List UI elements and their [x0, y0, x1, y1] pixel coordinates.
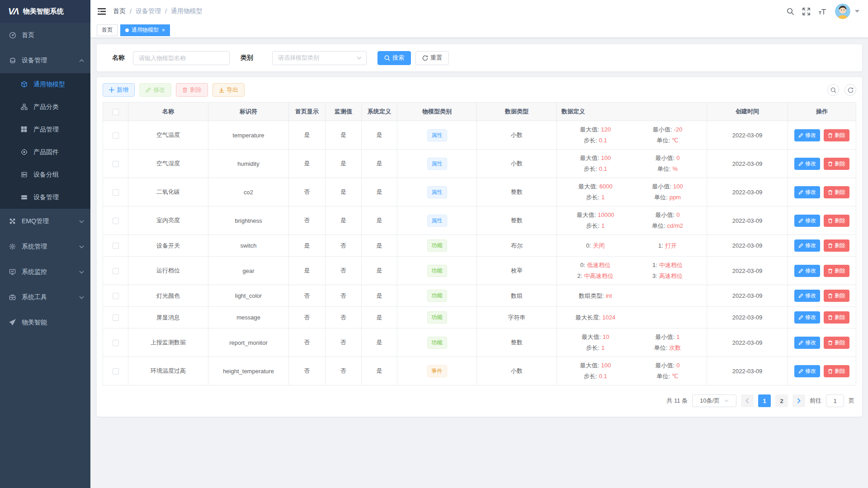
chevron-down-icon[interactable] — [855, 10, 859, 13]
sidebar-item-system-tools[interactable]: 系统工具 — [0, 285, 90, 310]
breadcrumb-home[interactable]: 首页 — [113, 7, 126, 15]
row-name: 室内亮度 — [128, 206, 208, 235]
data-def-pair: 1:打开 — [633, 242, 702, 250]
row-delete-button[interactable]: 删除 — [824, 239, 849, 252]
next-page-button[interactable] — [793, 394, 805, 407]
row-edit-button[interactable]: 修改 — [794, 365, 820, 377]
row-checkbox[interactable] — [113, 293, 119, 299]
row-home-display: 否 — [289, 206, 326, 235]
row-checkbox[interactable] — [113, 132, 119, 139]
chevron-down-icon — [79, 220, 84, 223]
devices-icon — [9, 57, 16, 64]
row-data-def: 最大值:100最小值:0步长:0.1单位:℃ — [557, 357, 707, 385]
reset-button[interactable]: 重置 — [415, 51, 449, 65]
row-delete-button[interactable]: 删除 — [824, 290, 849, 302]
tab-bar: 首页 通用物模型 × — [90, 23, 868, 38]
row-checkbox[interactable] — [113, 161, 119, 167]
sidebar-item-thing-model[interactable]: 通用物模型 — [0, 73, 90, 96]
row-checkbox[interactable] — [113, 218, 119, 224]
goto-page-input[interactable] — [826, 394, 844, 407]
sidebar-item-device-group[interactable]: 设备分组 — [0, 164, 90, 186]
name-filter-input[interactable] — [133, 51, 230, 65]
sidebar-item-home[interactable]: 首页 — [0, 23, 90, 48]
add-button[interactable]: 新增 — [103, 83, 135, 97]
fullscreen-icon[interactable] — [802, 8, 810, 15]
row-select-cell — [103, 178, 128, 206]
row-checkbox[interactable] — [113, 340, 119, 346]
tab-thing-model[interactable]: 通用物模型 × — [120, 24, 170, 36]
row-edit-button[interactable]: 修改 — [794, 239, 820, 252]
sidebar-item-label: 设备分组 — [33, 171, 84, 179]
row-actions: 修改删除 — [788, 178, 856, 206]
show-search-icon[interactable] — [827, 84, 839, 96]
select-all-checkbox[interactable] — [113, 109, 119, 115]
tab-label: 通用物模型 — [132, 26, 159, 34]
sidebar-item-emq-mgmt[interactable]: EMQ管理 — [0, 209, 90, 234]
row-edit-button[interactable]: 修改 — [794, 265, 820, 277]
row-edit-button[interactable]: 修改 — [794, 311, 820, 324]
server-icon — [21, 171, 28, 178]
row-system-defined: 是 — [362, 357, 397, 385]
row-created-time: 2022-03-09 — [707, 307, 788, 328]
row-delete-button[interactable]: 删除 — [824, 337, 849, 349]
page-button-1[interactable]: 1 — [758, 394, 771, 407]
row-data-def: 最大值:100最小值:0步长:0.1单位:% — [557, 150, 707, 178]
avatar[interactable] — [835, 4, 850, 19]
sidebar-item-system-monitor[interactable]: 系统监控 — [0, 259, 90, 285]
sidebar-item-device-mgmt[interactable]: 设备管理 — [0, 186, 90, 209]
category-tag: 功能 — [427, 290, 447, 302]
search-icon[interactable] — [787, 8, 794, 15]
sidebar-item-wumei-smart[interactable]: 物美智能 — [0, 310, 90, 335]
row-name: 空气温度 — [128, 121, 208, 150]
row-checkbox[interactable] — [113, 189, 119, 196]
row-edit-button[interactable]: 修改 — [794, 290, 820, 302]
data-def-pair: 最小值:100 — [633, 183, 702, 191]
row-actions: 修改删除 — [788, 121, 856, 150]
row-delete-button[interactable]: 删除 — [824, 186, 849, 198]
row-edit-button[interactable]: 修改 — [794, 337, 820, 349]
row-category: 事件 — [397, 357, 477, 385]
prev-page-button[interactable] — [741, 394, 754, 407]
row-checkbox[interactable] — [113, 268, 119, 274]
delete-button[interactable]: 删除 — [176, 83, 208, 97]
row-edit-button[interactable]: 修改 — [794, 186, 820, 198]
row-edit-button[interactable]: 修改 — [794, 129, 820, 141]
font-size-icon[interactable] — [818, 8, 827, 15]
row-checkbox[interactable] — [113, 314, 119, 321]
add-button-label: 新增 — [117, 86, 128, 94]
page-size-select[interactable]: 10条/页 — [692, 394, 736, 407]
row-edit-button[interactable]: 修改 — [794, 158, 820, 170]
row-name: 运行档位 — [128, 257, 208, 285]
refresh-icon[interactable] — [844, 84, 856, 96]
row-edit-button[interactable]: 修改 — [794, 215, 820, 227]
row-delete-button[interactable]: 删除 — [824, 129, 849, 141]
sidebar-item-product-firmware[interactable]: 产品固件 — [0, 141, 90, 164]
tab-home[interactable]: 首页 — [97, 24, 118, 36]
row-delete-button[interactable]: 删除 — [824, 365, 849, 377]
data-def-pair: 最大值:10000 — [561, 211, 629, 219]
row-delete-button[interactable]: 删除 — [824, 311, 849, 324]
row-delete-button[interactable]: 删除 — [824, 158, 849, 170]
sidebar-fold-icon[interactable] — [98, 8, 106, 15]
edit-button[interactable]: 修改 — [139, 83, 171, 97]
export-button[interactable]: 导出 — [212, 83, 245, 97]
category-filter-select[interactable]: 请选择模型类别 — [272, 51, 367, 65]
row-checkbox[interactable] — [113, 368, 119, 375]
sidebar-item-product-category[interactable]: 产品分类 — [0, 96, 90, 118]
page-button-2[interactable]: 2 — [775, 394, 788, 407]
row-identifier: report_monitor — [208, 328, 289, 357]
sidebar-item-product-mgmt[interactable]: 产品管理 — [0, 118, 90, 141]
row-actions: 修改删除 — [788, 257, 856, 285]
row-data-type: 布尔 — [477, 235, 557, 257]
chevron-down-icon — [79, 296, 84, 299]
row-select-cell — [103, 328, 128, 357]
row-data-type: 整数 — [477, 328, 557, 357]
row-delete-button[interactable]: 删除 — [824, 215, 849, 227]
sidebar-item-device-mgmt[interactable]: 设备管理 — [0, 48, 90, 73]
row-checkbox[interactable] — [113, 243, 119, 249]
search-button[interactable]: 搜索 — [377, 51, 411, 65]
sidebar-item-system-mgmt[interactable]: 系统管理 — [0, 234, 90, 259]
column-header-7: 数据类型 — [477, 103, 557, 121]
tab-close-icon[interactable]: × — [162, 27, 165, 33]
row-delete-button[interactable]: 删除 — [824, 265, 849, 277]
